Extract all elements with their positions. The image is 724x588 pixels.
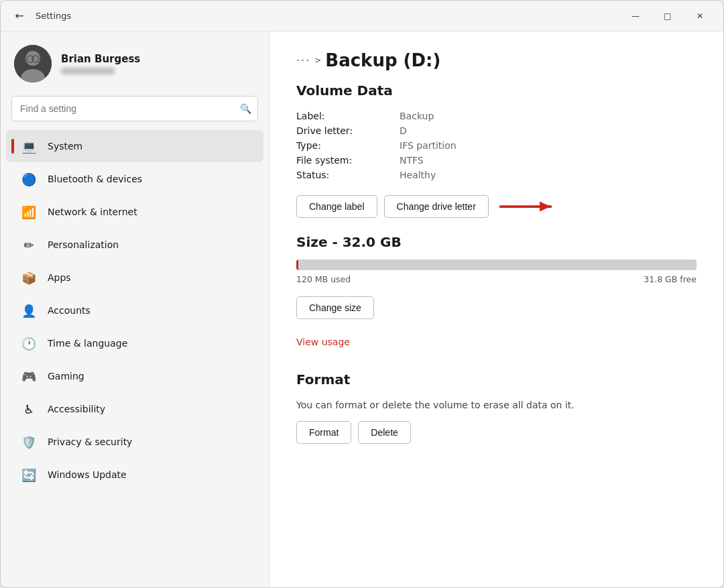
sidebar: Brian Burgess 🔍 💻System🔵Bluetooth & devi… xyxy=(1,32,269,587)
view-usage-link[interactable]: View usage xyxy=(296,337,350,347)
sidebar-item-privacy[interactable]: 🛡️Privacy & security xyxy=(6,426,263,458)
sidebar-item-label-personalization: Personalization xyxy=(48,239,119,250)
sidebar-item-label-system: System xyxy=(48,141,82,152)
sidebar-item-label-time: Time & language xyxy=(48,338,127,349)
apps-icon: 📦 xyxy=(19,268,38,287)
time-icon: 🕐 xyxy=(19,334,38,353)
volume-field-value: NTFS xyxy=(400,155,697,166)
sidebar-item-system[interactable]: 💻System xyxy=(6,130,263,162)
sidebar-item-accounts[interactable]: 👤Accounts xyxy=(6,294,263,327)
volume-field-label: Label: xyxy=(296,111,383,121)
storage-labels: 120 MB used 31.8 GB free xyxy=(296,274,697,284)
change-label-button[interactable]: Change label xyxy=(296,195,377,218)
volume-buttons-row: Change label Change drive letter xyxy=(296,195,697,218)
title-bar: ← Settings — □ ✕ xyxy=(1,1,723,32)
system-icon: 💻 xyxy=(19,137,38,156)
volume-field-label: Status: xyxy=(296,170,383,180)
format-section-title: Format xyxy=(296,371,697,388)
back-icon: ← xyxy=(15,9,23,22)
format-section: Format You can format or delete the volu… xyxy=(296,371,697,444)
delete-button[interactable]: Delete xyxy=(358,421,410,444)
search-box: 🔍 xyxy=(11,96,258,121)
avatar xyxy=(14,45,52,82)
gaming-icon: 🎮 xyxy=(19,367,38,386)
used-label: 120 MB used xyxy=(296,274,351,284)
volume-field-label: File system: xyxy=(296,155,383,166)
format-button[interactable]: Format xyxy=(296,421,351,444)
size-section-title: Size - 32.0 GB xyxy=(296,234,697,250)
breadcrumb: ··· > Backup (D:) xyxy=(296,50,697,70)
sidebar-item-time[interactable]: 🕐Time & language xyxy=(6,327,263,359)
window-controls: — □ ✕ xyxy=(620,5,715,27)
sidebar-nav: 💻System🔵Bluetooth & devices📶Network & in… xyxy=(1,129,269,491)
volume-field-label: Drive letter: xyxy=(296,125,383,136)
sidebar-item-gaming[interactable]: 🎮Gaming xyxy=(6,360,263,392)
privacy-icon: 🛡️ xyxy=(19,432,38,451)
svg-marker-6 xyxy=(540,202,551,212)
sidebar-item-label-accessibility: Accessibility xyxy=(48,404,105,414)
user-name: Brian Burgess xyxy=(61,53,140,65)
red-arrow-icon xyxy=(495,196,556,217)
sidebar-item-accessibility[interactable]: ♿Accessibility xyxy=(6,393,263,425)
volume-field-value: D xyxy=(400,125,697,136)
accounts-icon: 👤 xyxy=(19,301,38,320)
sidebar-item-bluetooth[interactable]: 🔵Bluetooth & devices xyxy=(6,163,263,195)
back-button[interactable]: ← xyxy=(9,5,30,27)
main-layout: Brian Burgess 🔍 💻System🔵Bluetooth & devi… xyxy=(1,32,723,587)
sidebar-item-update[interactable]: 🔄Windows Update xyxy=(6,459,263,491)
volume-field-label: Type: xyxy=(296,140,383,151)
sidebar-item-label-update: Windows Update xyxy=(48,469,127,480)
settings-window: ← Settings — □ ✕ xyxy=(0,0,724,588)
breadcrumb-dots: ··· xyxy=(296,54,310,67)
accessibility-icon: ♿ xyxy=(19,400,38,418)
format-buttons-row: Format Delete xyxy=(296,421,697,444)
sidebar-item-label-accounts: Accounts xyxy=(48,305,90,316)
page-title: Backup (D:) xyxy=(325,50,440,70)
volume-field-value: IFS partition xyxy=(400,140,697,151)
active-indicator xyxy=(11,139,14,154)
free-label: 31.8 GB free xyxy=(644,274,697,284)
volume-field-value: Healthy xyxy=(400,170,697,180)
storage-used-fill xyxy=(296,259,298,270)
arrow-annotation xyxy=(495,196,556,217)
volume-section-title: Volume Data xyxy=(296,82,697,99)
search-input[interactable] xyxy=(11,96,258,121)
sidebar-item-label-bluetooth: Bluetooth & devices xyxy=(48,174,142,184)
user-profile[interactable]: Brian Burgess xyxy=(1,32,269,93)
maximize-button[interactable]: □ xyxy=(652,5,683,27)
sidebar-item-label-apps: Apps xyxy=(48,272,71,283)
close-button[interactable]: ✕ xyxy=(684,5,715,27)
content-area: ··· > Backup (D:) Volume Data Label:Back… xyxy=(269,32,723,587)
change-size-button[interactable]: Change size xyxy=(296,296,374,319)
sidebar-item-network[interactable]: 📶Network & internet xyxy=(6,196,263,228)
title-bar-title: Settings xyxy=(36,11,71,21)
volume-data-table: Label:BackupDrive letter:DType:IFS parti… xyxy=(296,111,697,180)
sidebar-item-label-network: Network & internet xyxy=(48,207,137,217)
sidebar-item-label-privacy: Privacy & security xyxy=(48,436,132,447)
format-description: You can format or delete the volume to e… xyxy=(296,400,697,410)
minimize-button[interactable]: — xyxy=(620,5,651,27)
user-email-blur xyxy=(61,68,115,74)
change-drive-letter-button[interactable]: Change drive letter xyxy=(384,195,489,218)
update-icon: 🔄 xyxy=(19,465,38,484)
sidebar-item-personalization[interactable]: ✏️Personalization xyxy=(6,229,263,261)
volume-field-value: Backup xyxy=(400,111,697,121)
personalization-icon: ✏️ xyxy=(19,235,38,254)
sidebar-item-label-gaming: Gaming xyxy=(48,371,84,381)
svg-point-1 xyxy=(25,51,40,66)
size-buttons-row: Change size xyxy=(296,296,697,319)
search-icon: 🔍 xyxy=(240,103,251,114)
bluetooth-icon: 🔵 xyxy=(19,170,38,188)
breadcrumb-separator: > xyxy=(314,56,321,65)
storage-progress-bar xyxy=(296,259,697,270)
network-icon: 📶 xyxy=(19,202,38,221)
sidebar-item-apps[interactable]: 📦Apps xyxy=(6,261,263,294)
